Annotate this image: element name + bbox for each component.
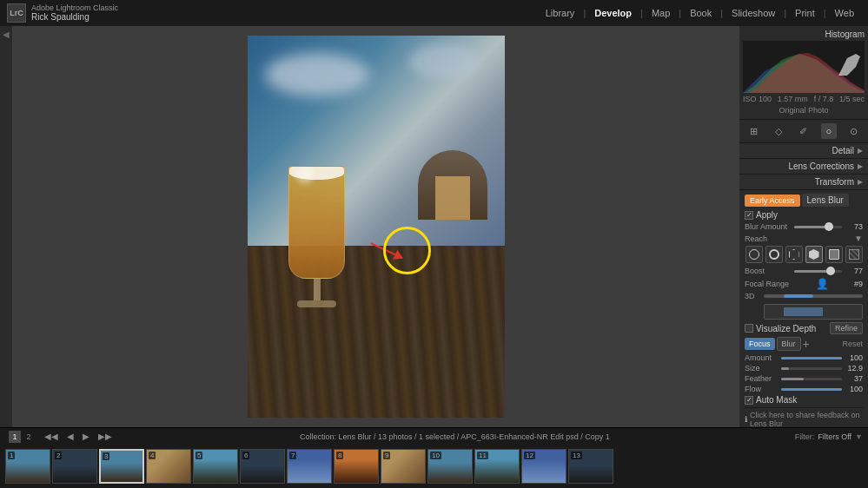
tool-detail-icon[interactable]: ⊞ [745, 123, 761, 139]
focal-range-section: Focal Range 👤 #9 3D [745, 278, 863, 320]
user-name: Rick Spaulding [31, 12, 118, 23]
nav-map[interactable]: Map [645, 4, 677, 22]
nav-book[interactable]: Book [683, 4, 719, 22]
tool-crop-icon[interactable]: ◇ [771, 123, 786, 139]
nav-develop[interactable]: Develop [587, 4, 639, 22]
early-access-tab[interactable]: Early Access [745, 195, 800, 207]
film-thumb-4[interactable]: 4 [146, 449, 191, 484]
filter-value[interactable]: Filters Off [818, 432, 851, 441]
histogram-focal: 1.57 mm [778, 95, 808, 103]
film-thumb-10[interactable]: 10 [427, 449, 473, 484]
size-track[interactable] [781, 367, 842, 370]
focal-track[interactable] [764, 294, 863, 298]
amount-track[interactable] [781, 357, 842, 359]
flow-row: Flow 100 [745, 385, 863, 393]
auto-mask-checkbox[interactable]: ✓ [745, 396, 753, 405]
blur-shape-hex[interactable] [785, 246, 803, 263]
blur-amount-label: Blur Amount [745, 222, 792, 231]
auto-mask-checkbox-label[interactable]: ✓ Auto Mask [745, 395, 797, 405]
focal-range-bar[interactable] [764, 304, 863, 320]
current-filename: APC_663I-Enhanced-NR Edit psd / Copy 1 [461, 432, 610, 441]
film-nav-next[interactable]: ▶▶ [96, 431, 115, 442]
film-thumb-1[interactable]: 1 [5, 449, 50, 484]
transform-chevron: ▶ [858, 178, 863, 186]
tool-heal-icon[interactable]: ✐ [796, 123, 812, 139]
transform-header[interactable]: Transform ▶ [739, 175, 868, 190]
apply-checkbox-label[interactable]: ✓ Apply [745, 210, 778, 220]
nav-library[interactable]: Library [539, 4, 582, 22]
film-thumb-11[interactable]: 11 [474, 449, 520, 484]
filmstrip: 1 2 3 4 5 6 7 8 9 10 11 [0, 445, 868, 488]
film-thumb-13[interactable]: 13 [568, 449, 613, 484]
histogram-section: Histogram ISO 100 1.57 mm f / 7.8 1/5 se… [739, 26, 868, 120]
film-thumb-3[interactable]: 3 [99, 449, 144, 484]
page-numbers: 1 2 [5, 431, 38, 443]
photo-count: 13 photos [378, 432, 413, 441]
nav-slideshow[interactable]: Slideshow [725, 4, 782, 22]
histogram-svg [743, 41, 865, 93]
visualize-checkbox[interactable] [745, 324, 753, 333]
tool-mask-icon[interactable]: ○ [821, 123, 837, 139]
flow-track[interactable] [781, 388, 842, 391]
feedback-row[interactable]: ℹ Click here to share feedback on Lens B… [745, 407, 863, 427]
blur-amount-fill [794, 226, 829, 228]
blur-amount-track[interactable] [794, 226, 842, 228]
left-panel-toggle[interactable]: ◀ [0, 26, 12, 427]
detail-panel-header[interactable]: Detail ▶ [739, 143, 868, 159]
blur-shape-ring[interactable] [765, 246, 783, 263]
lens-corrections-chevron: ▶ [858, 162, 863, 170]
main-area: ◀ Histogram [0, 26, 868, 427]
blur-shapes [745, 246, 863, 263]
amount-value: 100 [844, 353, 863, 362]
feather-value: 37 [844, 374, 863, 383]
app-name: Adobe Lightroom Classic [31, 3, 118, 13]
focal-range-value: #9 [854, 280, 863, 288]
logo-text: LrC [10, 9, 23, 17]
boost-fill [794, 270, 831, 273]
film-nav-forward[interactable]: ▶ [80, 431, 92, 442]
refine-button[interactable]: Refine [830, 322, 863, 334]
blur-shape-circle[interactable] [745, 246, 763, 263]
page-2[interactable]: 2 [23, 431, 35, 443]
focal-range-label: Focal Range [745, 280, 789, 288]
photo-container [248, 36, 505, 418]
blur-shape-custom[interactable] [845, 246, 863, 263]
reach-expand[interactable]: ▼ [854, 234, 863, 243]
boost-label: Boost [745, 267, 792, 275]
focus-range-button[interactable]: Focus [745, 338, 775, 350]
feather-track[interactable] [781, 378, 842, 380]
nav-print[interactable]: Print [788, 4, 822, 22]
visualize-checkbox-label[interactable]: Visualize Depth [745, 324, 816, 333]
film-thumb-6[interactable]: 6 [240, 449, 285, 484]
boost-value: 77 [844, 267, 863, 275]
blur-amount-thumb[interactable] [825, 222, 833, 231]
boost-track[interactable] [794, 270, 842, 273]
film-thumb-9[interactable]: 9 [381, 449, 426, 484]
film-thumb-2[interactable]: 2 [52, 449, 97, 484]
glass-body [288, 166, 345, 279]
film-thumb-8[interactable]: 8 [334, 449, 379, 484]
range-add-button[interactable]: + [803, 338, 810, 350]
filter-dropdown-icon[interactable]: ▼ [855, 432, 863, 441]
photo-viewer [12, 26, 739, 427]
blur-range-button[interactable]: Blur [777, 337, 801, 351]
nav-web[interactable]: Web [828, 4, 861, 22]
flow-label: Flow [745, 385, 779, 393]
boost-thumb[interactable] [826, 267, 835, 275]
range-reset-button[interactable]: Reset [842, 340, 863, 348]
film-thumb-12[interactable]: 12 [521, 449, 567, 484]
visualize-depth-row: Visualize Depth Refine [745, 322, 863, 334]
lens-corrections-header[interactable]: Lens Corrections ▶ [739, 159, 868, 175]
blur-shape-hex-solid[interactable] [805, 246, 823, 263]
page-1[interactable]: 1 [9, 431, 21, 443]
film-thumb-7[interactable]: 7 [287, 449, 332, 484]
apply-checkbox[interactable]: ✓ [745, 211, 753, 220]
tool-red-eye-icon[interactable]: ⊙ [846, 123, 862, 139]
film-nav-prev[interactable]: ◀◀ [42, 431, 61, 442]
blur-amount-row: Blur Amount 73 [745, 222, 863, 231]
blur-shape-cat[interactable] [825, 246, 843, 263]
lens-blur-tab[interactable]: Lens Blur [802, 194, 849, 207]
film-nav-back[interactable]: ◀ [64, 431, 76, 442]
amount-label: Amount [745, 353, 779, 362]
film-thumb-5[interactable]: 5 [193, 449, 238, 484]
